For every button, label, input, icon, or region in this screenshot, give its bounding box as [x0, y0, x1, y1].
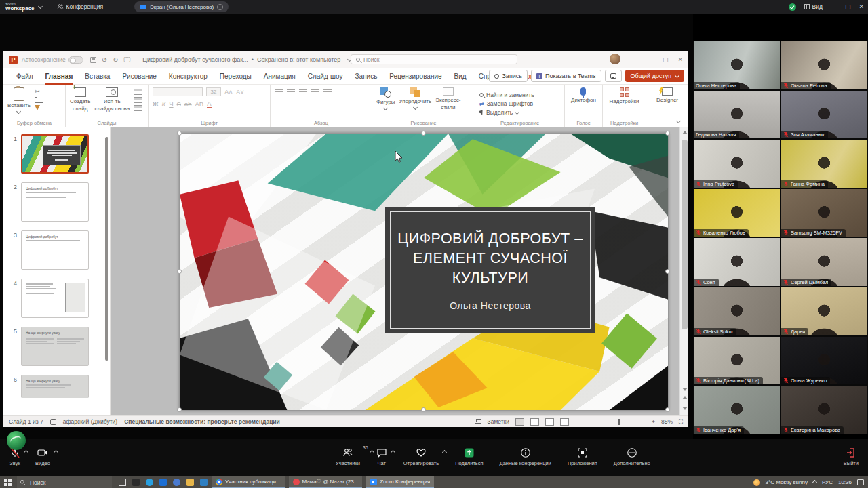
comments-button[interactable] — [605, 70, 622, 82]
chevron-up-icon[interactable] — [370, 450, 374, 455]
tab-slideshow[interactable]: Слайд-шоу — [302, 68, 349, 85]
participant-tile[interactable]: Samsung SM-M325FV — [781, 188, 868, 238]
mute-button[interactable]: Звук — [9, 447, 20, 466]
chevron-down-icon[interactable] — [38, 3, 43, 8]
language-indicator[interactable]: афарский (Джибути) — [63, 418, 117, 425]
participant-tile[interactable]: Inna Prutcova — [693, 139, 781, 188]
underline-icon[interactable]: Ч — [169, 100, 173, 108]
participant-tile[interactable]: Екатерина Макарова — [781, 385, 868, 434]
format-painter-icon[interactable] — [35, 105, 40, 110]
slide-3-thumbnail[interactable]: Цифровий добробут — [21, 230, 89, 270]
align-right-icon[interactable] — [299, 100, 307, 106]
new-slide-button[interactable]: Создать слайд — [70, 87, 90, 120]
selection-handle[interactable] — [665, 131, 670, 136]
layout-icon[interactable] — [134, 89, 142, 95]
reading-view-icon[interactable] — [545, 418, 554, 426]
next-slide-icon[interactable] — [682, 407, 688, 410]
task-view-icon[interactable] — [119, 479, 126, 486]
quick-styles-button[interactable]: Экспресс- стили — [435, 87, 460, 120]
taskbar-search[interactable]: Поиск — [17, 476, 112, 488]
participant-tile[interactable]: Oksana Petrova — [781, 41, 868, 90]
replace-fonts-button[interactable]: ⇄ Замена шрифтов — [479, 100, 534, 107]
fit-slide-icon[interactable]: ⛶ — [679, 418, 683, 426]
leave-meeting-button[interactable]: Выйти — [844, 447, 859, 466]
clock[interactable]: 10:36 — [838, 479, 852, 485]
accessibility-status[interactable]: Специальные возможности: проверьте реком… — [124, 418, 280, 425]
ppt-restore-button[interactable]: ▢ — [663, 56, 669, 63]
copy-icon[interactable] — [35, 97, 40, 103]
notification-center-icon[interactable] — [857, 479, 864, 485]
save-status-text[interactable]: Сохранено в: этот компьютер — [257, 56, 340, 63]
tab-insert[interactable]: Вставка — [79, 68, 116, 85]
scroll-down-icon[interactable] — [682, 388, 688, 391]
participant-tile[interactable]: Гедикова Наталя — [693, 90, 781, 140]
save-icon[interactable] — [90, 57, 96, 63]
selection-handle[interactable] — [421, 131, 426, 136]
security-shield-icon[interactable] — [789, 3, 796, 11]
telegram-icon[interactable] — [146, 479, 153, 486]
justify-icon[interactable] — [311, 100, 319, 106]
shrink-font-icon[interactable]: А˅ — [236, 88, 244, 96]
line-spacing-icon[interactable] — [323, 89, 332, 96]
taskbar-window-chrome[interactable]: Участник публикаци... — [212, 476, 285, 488]
slideshow-view-icon[interactable] — [560, 418, 569, 426]
reset-icon[interactable] — [134, 97, 142, 103]
slide-5-thumbnail[interactable]: На що звернути увагу — [21, 327, 89, 366]
slide-2-thumbnail[interactable]: Цифровий добробут — [21, 182, 89, 222]
close-share-tab-icon[interactable] — [217, 4, 223, 10]
participants-button[interactable]: 35 Участники — [336, 447, 360, 466]
arrange-button[interactable]: Упорядочить — [399, 87, 432, 120]
tab-design[interactable]: Конструктор — [163, 68, 214, 85]
grow-font-icon[interactable]: А˄ — [224, 88, 233, 96]
tab-screen-share[interactable]: Экран (Ольга Нестерова) — [134, 1, 229, 12]
slide-title-box[interactable]: ЦИФРОВИЙ ДОБРОБУТ –ЕЛЕМЕНТ СУЧАСНОЇ КУЛЬ… — [385, 207, 595, 333]
designer-button[interactable]: Designer — [656, 87, 678, 120]
notes-button[interactable]: Заметки — [488, 418, 510, 425]
tab-meeting[interactable]: Конференция — [57, 3, 103, 10]
slideshow-icon[interactable]: 🖵 — [124, 56, 131, 64]
canvas-scrollbar[interactable] — [679, 127, 688, 415]
scrollbar-thumb[interactable] — [682, 140, 688, 329]
minimize-button[interactable]: — — [831, 4, 837, 10]
shapes-button[interactable]: Фигуры — [376, 87, 395, 120]
record-button[interactable]: Запись — [489, 70, 528, 82]
taskbar-window-media[interactable]: Мама♡ @ Nazar (23... — [289, 476, 363, 488]
zoom-slider[interactable] — [585, 422, 646, 422]
user-avatar[interactable] — [610, 54, 620, 64]
strikethrough-icon[interactable]: S — [177, 100, 181, 108]
slide-6-thumbnail[interactable]: На що звернути увагу — [21, 375, 89, 398]
bold-icon[interactable]: Ж — [153, 100, 159, 108]
taskbar-window-zoom[interactable]: Zoom Конференция — [366, 476, 434, 488]
ppt-close-button[interactable]: ✕ — [677, 56, 683, 63]
columns-icon[interactable] — [323, 100, 332, 106]
selection-handle[interactable] — [177, 269, 182, 274]
ppt-search-box[interactable]: Поиск — [351, 54, 517, 64]
select-button[interactable]: Выделить — [479, 109, 534, 116]
tab-file[interactable]: Файл — [10, 68, 39, 85]
more-button[interactable]: Дополнительно — [614, 447, 650, 466]
close-button[interactable]: ✕ — [859, 4, 864, 10]
numbering-icon[interactable] — [287, 89, 295, 96]
skype-icon[interactable] — [173, 479, 180, 486]
char-spacing-icon[interactable]: АВ — [195, 100, 203, 108]
bullets-icon[interactable] — [275, 89, 283, 96]
apps-button[interactable]: Приложения — [568, 447, 597, 466]
participant-tile[interactable]: Соня — [693, 237, 781, 287]
autosave-control[interactable]: Автосохранение — [22, 56, 83, 64]
edge-icon[interactable] — [200, 479, 208, 486]
chevron-up-icon[interactable] — [24, 450, 28, 455]
cut-icon[interactable]: ✂ — [35, 89, 40, 95]
tab-animations[interactable]: Анимация — [258, 68, 302, 85]
participant-tile[interactable]: Коваленко Любов — [693, 188, 781, 238]
tab-review[interactable]: Рецензирование — [383, 68, 448, 85]
scroll-up-icon[interactable] — [682, 131, 688, 134]
show-in-teams-button[interactable]: T Показать в Teams — [531, 70, 601, 82]
video-button[interactable]: Видео — [35, 447, 50, 466]
outlook-icon[interactable] — [159, 479, 167, 486]
indent-decrease-icon[interactable] — [299, 89, 307, 96]
share-access-button[interactable]: Общий доступ — [625, 70, 684, 82]
undo-icon[interactable]: ↺ — [102, 56, 107, 64]
start-button[interactable] — [4, 479, 12, 486]
slide-editor[interactable]: ЦИФРОВИЙ ДОБРОБУТ –ЕЛЕМЕНТ СУЧАСНОЇ КУЛЬ… — [180, 134, 668, 410]
shadow-icon[interactable]: ab — [184, 100, 192, 108]
